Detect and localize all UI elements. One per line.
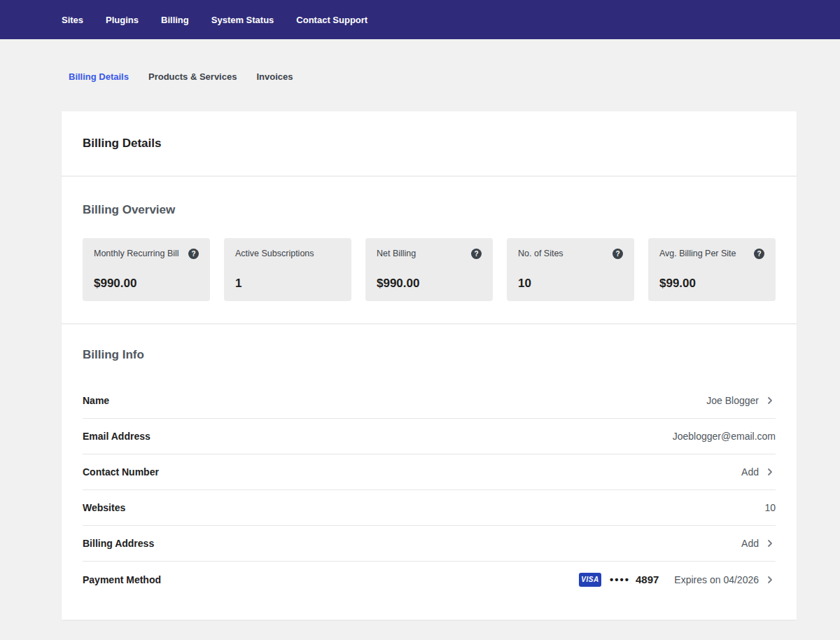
row-right: 10	[764, 502, 776, 513]
tab-products-services[interactable]: Products & Services	[148, 71, 237, 82]
stat-label: Active Subscriptions	[235, 249, 314, 259]
nav-contact-support[interactable]: Contact Support	[296, 15, 368, 25]
stat-card-avg-billing-per-site: Avg. Billing Per Site ? $99.00	[648, 238, 776, 301]
nav-sites[interactable]: Sites	[62, 15, 83, 25]
billing-tabs: Billing Details Products & Services Invo…	[0, 39, 840, 82]
stat-value: $99.00	[659, 277, 764, 291]
row-right: VISA •••• 4897 Expires on 04/2026	[579, 573, 776, 587]
row-value: Joe Blogger	[706, 395, 759, 406]
stat-value: 10	[518, 277, 623, 291]
page-title: Billing Details	[83, 137, 776, 151]
stat-card-active-subscriptions: Active Subscriptions 1	[224, 238, 351, 301]
billing-info-section: Billing Info Name Joe Blogger Email Addr…	[62, 324, 797, 620]
row-value: Add	[741, 466, 759, 478]
stat-top: Monthly Recurring Bill ?	[94, 249, 199, 259]
nav-billing[interactable]: Billing	[161, 15, 189, 25]
row-label: Name	[83, 395, 109, 406]
row-right: Joeblogger@email.com	[673, 431, 776, 442]
card-expiry: Expires on 04/2026	[674, 574, 759, 585]
help-icon[interactable]: ?	[754, 249, 764, 259]
card-header: Billing Details	[62, 111, 797, 176]
stat-top: No. of Sites ?	[518, 249, 623, 259]
row-label: Email Address	[83, 431, 150, 442]
nav-system-status[interactable]: System Status	[211, 15, 274, 25]
stat-label: Monthly Recurring Bill	[94, 249, 179, 259]
stat-top: Active Subscriptions	[235, 249, 340, 259]
info-row-payment-method[interactable]: Payment Method VISA •••• 4897 Expires on…	[83, 562, 776, 597]
card-last4: 4897	[636, 573, 659, 585]
row-value: 10	[764, 502, 776, 513]
row-right: Joe Blogger	[706, 395, 776, 406]
stat-label: Net Billing	[377, 249, 416, 259]
help-icon[interactable]: ?	[612, 249, 623, 259]
stat-label: No. of Sites	[518, 249, 564, 259]
stat-top: Net Billing ?	[377, 249, 482, 259]
tab-billing-details[interactable]: Billing Details	[69, 71, 129, 82]
visa-card-icon: VISA	[579, 573, 601, 587]
help-icon[interactable]: ?	[471, 249, 482, 259]
row-label: Contact Number	[83, 466, 159, 478]
stat-value: $990.00	[377, 277, 482, 291]
help-icon[interactable]: ?	[188, 249, 199, 259]
info-rows: Name Joe Blogger Email Address Joeblogge…	[83, 383, 776, 597]
info-row-email-address: Email Address Joeblogger@email.com	[83, 419, 776, 454]
chevron-right-icon	[764, 538, 776, 549]
stat-card-monthly-recurring-bill: Monthly Recurring Bill ? $990.00	[83, 238, 210, 301]
top-navbar: Sites Plugins Billing System Status Cont…	[0, 0, 840, 39]
chevron-right-icon	[764, 395, 776, 406]
billing-info-heading: Billing Info	[83, 348, 776, 362]
stat-top: Avg. Billing Per Site ?	[659, 249, 764, 259]
billing-overview-section: Billing Overview Monthly Recurring Bill …	[62, 176, 797, 324]
info-row-websites: Websites 10	[83, 490, 776, 526]
info-row-billing-address[interactable]: Billing Address Add	[83, 526, 776, 562]
stat-card-no-of-sites: No. of Sites ? 10	[507, 238, 634, 301]
info-row-contact-number[interactable]: Contact Number Add	[83, 454, 776, 490]
row-value: Add	[741, 538, 759, 549]
row-right: Add	[741, 466, 776, 478]
chevron-right-icon	[764, 574, 776, 585]
top-nav: Sites Plugins Billing System Status Cont…	[62, 15, 368, 25]
stat-value: 1	[235, 277, 340, 291]
row-label: Websites	[83, 502, 125, 513]
stats-row: Monthly Recurring Bill ? $990.00 Active …	[83, 238, 776, 301]
row-label: Payment Method	[83, 574, 161, 585]
chevron-right-icon	[764, 466, 776, 478]
row-label: Billing Address	[83, 538, 154, 549]
info-row-name[interactable]: Name Joe Blogger	[83, 383, 776, 419]
tab-invoices[interactable]: Invoices	[256, 71, 293, 82]
card-number-dots: ••••	[610, 573, 630, 585]
stat-value: $990.00	[94, 277, 199, 291]
billing-details-card: Billing Details Billing Overview Monthly…	[62, 111, 797, 620]
stat-card-net-billing: Net Billing ? $990.00	[365, 238, 493, 301]
billing-overview-heading: Billing Overview	[83, 203, 776, 217]
nav-plugins[interactable]: Plugins	[106, 15, 139, 25]
row-value: Joeblogger@email.com	[673, 431, 776, 442]
row-right: Add	[741, 538, 776, 549]
stat-label: Avg. Billing Per Site	[659, 249, 736, 259]
